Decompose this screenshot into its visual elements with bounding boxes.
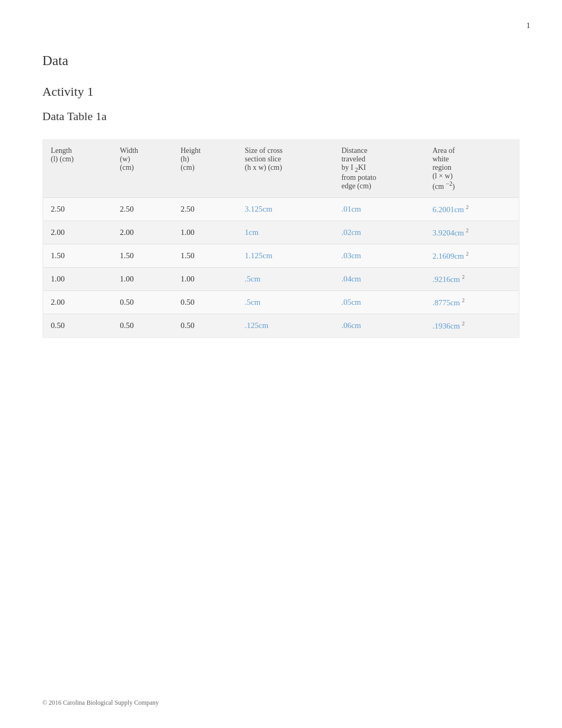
cell-distance: .04cm bbox=[334, 267, 425, 290]
cell-area: 2.1609cm 2 bbox=[425, 244, 519, 267]
col-header-height: Height(h)(cm) bbox=[173, 140, 237, 197]
data-table-wrapper: Length(l) (cm) Width(w)(cm) Height(h)(cm… bbox=[42, 139, 520, 338]
cell-size-cross: .125cm bbox=[237, 314, 334, 337]
col-header-distance: Distancetraveledby I 2KIfrom potatoedge … bbox=[334, 140, 425, 197]
data-table: Length(l) (cm) Width(w)(cm) Height(h)(cm… bbox=[43, 140, 519, 337]
cell-length: 0.50 bbox=[43, 314, 113, 337]
cell-length: 2.50 bbox=[43, 197, 113, 221]
col-header-area: Area ofwhiteregion(l × w)(cm −2) bbox=[425, 140, 519, 197]
cell-height: 0.50 bbox=[173, 290, 237, 314]
cell-length: 1.50 bbox=[43, 244, 113, 267]
cell-width: 1.50 bbox=[113, 244, 174, 267]
cell-height: 2.50 bbox=[173, 197, 237, 221]
table-row: 0.500.500.50.125cm.06cm.1936cm 2 bbox=[43, 314, 519, 337]
cell-height: 1.00 bbox=[173, 221, 237, 244]
cell-distance: .02cm bbox=[334, 221, 425, 244]
footer-copyright: © 2016 Carolina Biological Supply Compan… bbox=[42, 699, 159, 707]
heading-data: Data bbox=[42, 53, 520, 69]
cell-area: .8775cm 2 bbox=[425, 290, 519, 314]
cell-area: 3.9204cm 2 bbox=[425, 221, 519, 244]
table-row: 2.502.502.503.125cm.01cm6.2001cm 2 bbox=[43, 197, 519, 221]
cell-length: 2.00 bbox=[43, 221, 113, 244]
cell-size-cross: 3.125cm bbox=[237, 197, 334, 221]
cell-distance: .03cm bbox=[334, 244, 425, 267]
col-header-length: Length(l) (cm) bbox=[43, 140, 113, 197]
heading-activity: Activity 1 bbox=[42, 85, 520, 99]
cell-width: 1.00 bbox=[113, 267, 174, 290]
table-row: 2.002.001.001cm.02cm3.9204cm 2 bbox=[43, 221, 519, 244]
table-row: 1.501.501.501.125cm.03cm2.1609cm 2 bbox=[43, 244, 519, 267]
page-number: 1 bbox=[527, 21, 531, 30]
cell-area: .9216cm 2 bbox=[425, 267, 519, 290]
cell-size-cross: .5cm bbox=[237, 290, 334, 314]
cell-size-cross: 1cm bbox=[237, 221, 334, 244]
table-row: 2.000.500.50.5cm.05cm.8775cm 2 bbox=[43, 290, 519, 314]
cell-width: 0.50 bbox=[113, 314, 174, 337]
table-row: 1.001.001.00.5cm.04cm.9216cm 2 bbox=[43, 267, 519, 290]
cell-width: 2.50 bbox=[113, 197, 174, 221]
cell-height: 0.50 bbox=[173, 314, 237, 337]
cell-height: 1.50 bbox=[173, 244, 237, 267]
col-header-width: Width(w)(cm) bbox=[113, 140, 174, 197]
cell-area: 6.2001cm 2 bbox=[425, 197, 519, 221]
cell-distance: .05cm bbox=[334, 290, 425, 314]
cell-height: 1.00 bbox=[173, 267, 237, 290]
cell-length: 2.00 bbox=[43, 290, 113, 314]
cell-area: .1936cm 2 bbox=[425, 314, 519, 337]
col-header-size-cross: Size of crosssection slice(h x w) (cm) bbox=[237, 140, 334, 197]
cell-width: 2.00 bbox=[113, 221, 174, 244]
cell-size-cross: .5cm bbox=[237, 267, 334, 290]
cell-distance: .06cm bbox=[334, 314, 425, 337]
heading-table: Data Table 1a bbox=[42, 110, 520, 123]
cell-distance: .01cm bbox=[334, 197, 425, 221]
cell-size-cross: 1.125cm bbox=[237, 244, 334, 267]
cell-width: 0.50 bbox=[113, 290, 174, 314]
cell-length: 1.00 bbox=[43, 267, 113, 290]
